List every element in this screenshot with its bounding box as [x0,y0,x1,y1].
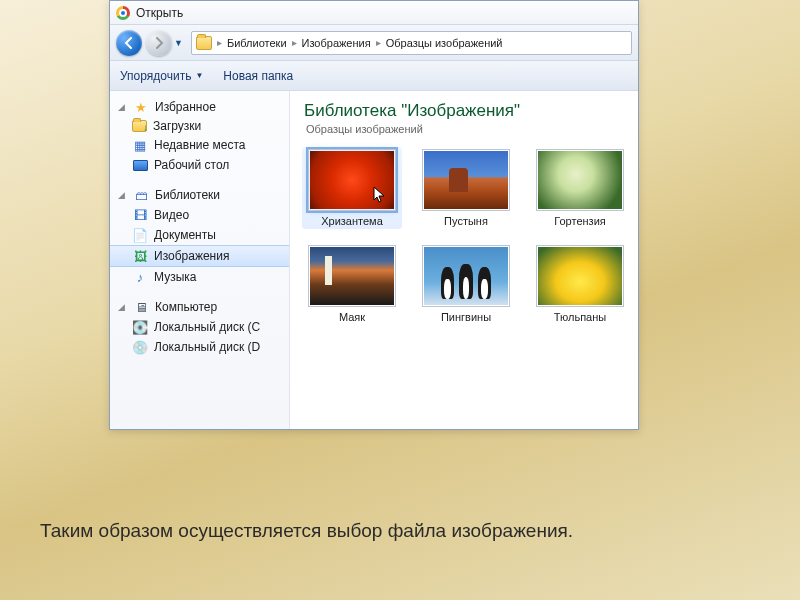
collapse-icon: ◢ [118,102,125,112]
desktop-icon [132,157,148,173]
cursor-icon [373,186,387,204]
back-button[interactable] [116,30,142,56]
video-icon: 🎞 [132,207,148,223]
sidebar-label: Загрузки [153,119,201,133]
computer-icon: 🖥 [133,299,149,315]
folder-icon [196,36,212,50]
sidebar-group-favorites: ◢ ★ Избранное Загрузки ▦ Недавние места … [110,97,289,175]
thumbnail-hydrangea[interactable]: Гортензия [532,149,628,227]
thumbnail-label: Хризантема [321,215,383,227]
file-open-dialog: Открыть ▼ ▸ Библиотеки ▸ Изображения ▸ О… [109,0,639,430]
chevron-down-icon: ▼ [195,71,203,80]
sidebar: ◢ ★ Избранное Загрузки ▦ Недавние места … [110,91,290,429]
sidebar-item-recent[interactable]: ▦ Недавние места [110,135,289,155]
collapse-icon: ◢ [118,190,125,200]
thumbnail-desert[interactable]: Пустыня [418,149,514,227]
thumbnail-penguins[interactable]: Пингвины [418,245,514,323]
sidebar-item-images[interactable]: 🖼 Изображения [110,245,289,267]
organize-menu[interactable]: Упорядочить ▼ [120,69,203,83]
collapse-icon: ◢ [118,302,125,312]
chevron-right-icon: ▸ [373,37,384,48]
thumbnail-label: Маяк [339,311,365,323]
recent-icon: ▦ [132,137,148,153]
star-icon: ★ [133,99,149,115]
thumbnail-image [536,245,624,307]
downloads-icon [132,120,147,132]
images-icon: 🖼 [132,248,148,264]
sidebar-label: Рабочий стол [154,158,229,172]
sidebar-header-computer[interactable]: ◢ 🖥 Компьютер [110,297,289,317]
breadcrumb-segment[interactable]: Изображения [302,37,371,49]
breadcrumb-segment[interactable]: Образцы изображений [386,37,503,49]
thumbnail-chrysanthemum[interactable]: Хризантема [302,147,402,229]
chevron-right-icon: ▸ [214,37,225,48]
thumbnail-label: Тюльпаны [554,311,606,323]
navbar: ▼ ▸ Библиотеки ▸ Изображения ▸ Образцы и… [110,25,638,61]
new-folder-label: Новая папка [223,69,293,83]
sidebar-label: Компьютер [155,300,217,314]
titlebar: Открыть [110,1,638,25]
toolbar: Упорядочить ▼ Новая папка [110,61,638,91]
content-area: ◢ ★ Избранное Загрузки ▦ Недавние места … [110,91,638,429]
slide-caption: Таким образом осуществляется выбор файла… [40,520,573,542]
music-icon: ♪ [132,269,148,285]
sidebar-header-libraries[interactable]: ◢ 🗃 Библиотеки [110,185,289,205]
chevron-right-icon: ▸ [289,37,300,48]
thumbnail-label: Гортензия [554,215,605,227]
drive-icon: 💿 [132,339,148,355]
forward-button[interactable] [146,30,172,56]
sidebar-group-libraries: ◢ 🗃 Библиотеки 🎞 Видео 📄 Документы 🖼 Изо… [110,185,289,287]
sidebar-item-documents[interactable]: 📄 Документы [110,225,289,245]
thumbnail-image [536,149,624,211]
sidebar-label: Избранное [155,100,216,114]
new-folder-button[interactable]: Новая папка [223,69,293,83]
organize-label: Упорядочить [120,69,191,83]
sidebar-label: Документы [154,228,216,242]
thumbnail-image [422,149,510,211]
sidebar-item-downloads[interactable]: Загрузки [110,117,289,135]
document-icon: 📄 [132,227,148,243]
nav-history-dropdown[interactable]: ▼ [174,38,183,48]
library-title: Библиотека "Изображения" [304,101,624,121]
sidebar-label: Локальный диск (D [154,340,260,354]
sidebar-label: Библиотеки [155,188,220,202]
sidebar-item-desktop[interactable]: Рабочий стол [110,155,289,175]
thumbnail-image [308,245,396,307]
sidebar-item-video[interactable]: 🎞 Видео [110,205,289,225]
thumbnail-image [422,245,510,307]
library-subtitle: Образцы изображений [306,123,624,135]
chrome-icon [116,6,130,20]
sidebar-label: Локальный диск (C [154,320,260,334]
breadcrumb[interactable]: ▸ Библиотеки ▸ Изображения ▸ Образцы изо… [191,31,632,55]
sidebar-label: Музыка [154,270,196,284]
dialog-title: Открыть [136,6,183,20]
sidebar-label: Недавние места [154,138,245,152]
libraries-icon: 🗃 [133,187,149,203]
thumbnail-lighthouse[interactable]: Маяк [304,245,400,323]
thumbnail-label: Пустыня [444,215,488,227]
thumbnail-tulips[interactable]: Тюльпаны [532,245,628,323]
thumbnail-label: Пингвины [441,311,491,323]
sidebar-item-drive-d[interactable]: 💿 Локальный диск (D [110,337,289,357]
thumbnail-grid: Хризантема Пустыня Гортензия [304,149,624,323]
main-pane: Библиотека "Изображения" Образцы изображ… [290,91,638,429]
sidebar-group-computer: ◢ 🖥 Компьютер 💽 Локальный диск (C 💿 Лока… [110,297,289,357]
sidebar-header-favorites[interactable]: ◢ ★ Избранное [110,97,289,117]
sidebar-item-drive-c[interactable]: 💽 Локальный диск (C [110,317,289,337]
sidebar-label: Видео [154,208,189,222]
thumbnail-image [308,149,396,211]
sidebar-item-music[interactable]: ♪ Музыка [110,267,289,287]
breadcrumb-segment[interactable]: Библиотеки [227,37,287,49]
sidebar-label: Изображения [154,249,229,263]
drive-icon: 💽 [132,319,148,335]
